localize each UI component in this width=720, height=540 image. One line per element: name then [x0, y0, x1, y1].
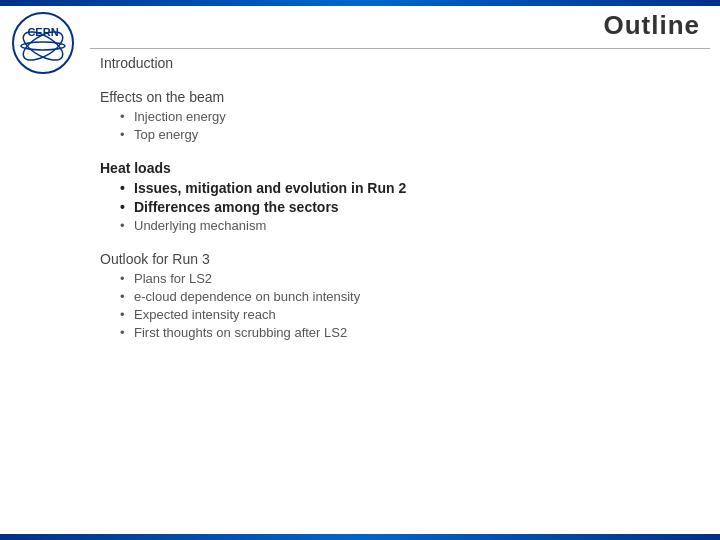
list-item: • Injection energy	[120, 109, 700, 124]
list-item: • e-cloud dependence on bunch intensity	[120, 289, 700, 304]
bullet-text: Expected intensity reach	[134, 307, 276, 322]
list-item: • Issues, mitigation and evolution in Ru…	[120, 180, 700, 196]
bullet-icon: •	[120, 289, 134, 304]
bullet-icon: •	[120, 109, 134, 124]
list-item: • Expected intensity reach	[120, 307, 700, 322]
bullet-text: Top energy	[134, 127, 198, 142]
bullet-text: Plans for LS2	[134, 271, 212, 286]
list-item: • First thoughts on scrubbing after LS2	[120, 325, 700, 340]
bullet-icon: •	[120, 180, 134, 196]
heat-loads-bullets: • Issues, mitigation and evolution in Ru…	[100, 180, 700, 233]
bullet-text: Injection energy	[134, 109, 226, 124]
bullet-icon: •	[120, 199, 134, 215]
bullet-icon: •	[120, 271, 134, 286]
cern-logo-area: CERN	[8, 8, 83, 83]
list-item: • Plans for LS2	[120, 271, 700, 286]
bottom-bar	[0, 534, 720, 540]
section-introduction: Introduction	[100, 55, 700, 71]
effects-bullets: • Injection energy • Top energy	[100, 109, 700, 142]
list-item: • Top energy	[120, 127, 700, 142]
svg-point-0	[13, 13, 73, 73]
heat-loads-title: Heat loads	[100, 160, 700, 176]
bullet-icon: •	[120, 127, 134, 142]
bullet-icon: •	[120, 218, 134, 233]
top-bar	[0, 0, 720, 6]
effects-title: Effects on the beam	[100, 89, 700, 105]
bullet-text: e-cloud dependence on bunch intensity	[134, 289, 360, 304]
content-area: Introduction Effects on the beam • Injec…	[100, 55, 700, 520]
section-effects: Effects on the beam • Injection energy •…	[100, 89, 700, 142]
outlook-title: Outlook for Run 3	[100, 251, 700, 267]
outlook-bullets: • Plans for LS2 • e-cloud dependence on …	[100, 271, 700, 340]
cern-logo-icon: CERN	[8, 8, 78, 78]
bullet-text: Underlying mechanism	[134, 218, 266, 233]
introduction-title: Introduction	[100, 55, 700, 71]
bullet-icon: •	[120, 325, 134, 340]
list-item: • Underlying mechanism	[120, 218, 700, 233]
section-outlook: Outlook for Run 3 • Plans for LS2 • e-cl…	[100, 251, 700, 340]
section-heat-loads: Heat loads • Issues, mitigation and evol…	[100, 160, 700, 233]
bullet-text: Differences among the sectors	[134, 199, 339, 215]
slide: CERN Outline Introduction Effects on the…	[0, 0, 720, 540]
bullet-text: First thoughts on scrubbing after LS2	[134, 325, 347, 340]
bullet-icon: •	[120, 307, 134, 322]
slide-title: Outline	[603, 10, 700, 41]
list-item: • Differences among the sectors	[120, 199, 700, 215]
header-divider	[90, 48, 710, 49]
bullet-text: Issues, mitigation and evolution in Run …	[134, 180, 406, 196]
